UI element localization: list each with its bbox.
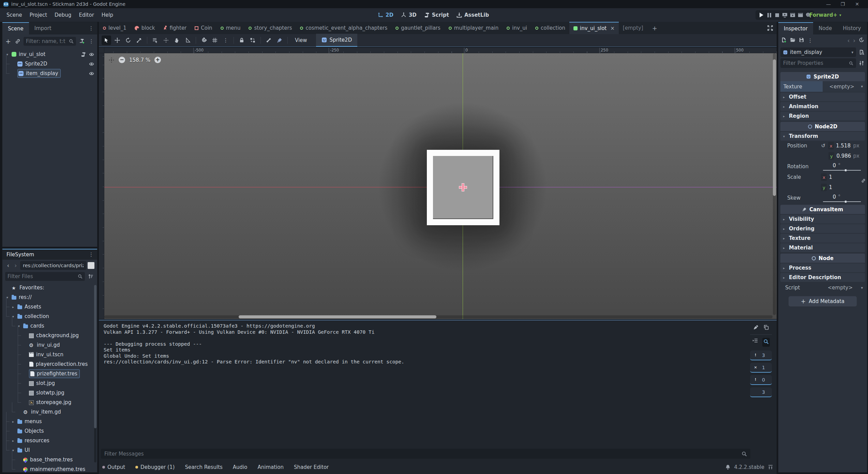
dock-menu-icon[interactable]: ⋮ (85, 252, 97, 258)
section-node[interactable]: Node (780, 254, 865, 263)
category-row[interactable]: ▸Ordering (780, 224, 865, 233)
section-node2d[interactable]: Node2D (780, 122, 865, 131)
category-row[interactable]: ▸Texture (780, 234, 865, 243)
viewport-hscrollbar[interactable] (104, 315, 773, 318)
menu-item[interactable]: Help (98, 11, 117, 19)
skeleton-options-button[interactable] (264, 35, 273, 45)
category-row[interactable]: ▸Offset (780, 92, 865, 101)
file-tree-row[interactable]: Favorites: (2, 283, 97, 292)
close-button[interactable]: ✕ (854, 1, 860, 7)
dock-tab[interactable]: Node (813, 22, 837, 34)
filesystem-scrollbar[interactable] (94, 285, 96, 462)
position-y-value[interactable]: 0.986 (836, 153, 851, 159)
new-scene-tab-button[interactable]: + (647, 22, 662, 34)
file-tree-row[interactable]: slotwtp.jpg (2, 388, 97, 398)
scene-tab[interactable]: level_1 (99, 22, 131, 34)
dock-tab[interactable]: History (837, 22, 866, 34)
scene-tab[interactable]: gauntlet_pillars (391, 22, 445, 34)
preview-thumbnail[interactable] (88, 262, 94, 269)
rotation-slider[interactable]: 0° (821, 162, 864, 171)
visibility-eye-icon[interactable] (89, 52, 94, 57)
section-sprite2d[interactable]: Sprite2D (780, 72, 865, 81)
zoom-percentage[interactable]: 158.7 % (129, 57, 150, 63)
group-node-button[interactable] (248, 35, 257, 45)
bone-paint-button[interactable] (275, 35, 284, 45)
script-icon[interactable] (81, 52, 86, 57)
history-back-icon[interactable]: ‹ (847, 37, 850, 44)
expander-icon[interactable] (12, 439, 17, 443)
file-tree-row[interactable]: inv_ui.gd (2, 340, 97, 350)
scene-tree-row[interactable]: Sprite2D (2, 59, 97, 69)
file-tree-row[interactable]: resources (2, 436, 97, 445)
bottom-tab[interactable]: Debugger (1) (135, 464, 175, 470)
scene-filter-box[interactable] (24, 37, 76, 46)
sort-files-icon[interactable] (87, 273, 94, 280)
message-filter-toggle[interactable]: 3 (750, 387, 772, 397)
nav-back-icon[interactable]: ‹ (5, 262, 11, 269)
workspace-button[interactable]: 2D (378, 12, 393, 18)
history-icon[interactable] (859, 37, 864, 44)
message-filter-toggle[interactable]: × 1 (750, 363, 772, 373)
property-filter-box[interactable] (780, 58, 856, 68)
property-tools-icon[interactable] (858, 60, 865, 66)
message-filter-toggle[interactable]: ! 0 (750, 375, 772, 385)
scene-filter-input[interactable] (26, 38, 67, 44)
expander-icon[interactable] (12, 420, 17, 423)
property-script[interactable]: Script <empty> ▾ (780, 282, 865, 292)
category-transform[interactable]: ▾ Transform (780, 132, 865, 141)
file-tree-row[interactable]: mainmenutheme.tres (2, 464, 97, 474)
section-canvasitem[interactable]: CanvasItem (780, 205, 865, 214)
visibility-eye-icon[interactable] (89, 71, 94, 76)
rotate-tool-button[interactable] (123, 35, 133, 45)
category-row[interactable]: ▸Visibility (780, 215, 865, 224)
menu-item[interactable]: Editor (75, 11, 98, 19)
file-tree-row[interactable]: UI (2, 445, 97, 455)
file-tree-row[interactable]: inv_ui.tscn (2, 350, 97, 359)
add-node-button[interactable]: + (4, 38, 12, 45)
lock-node-button[interactable] (237, 35, 246, 45)
scene-tab[interactable]: story_chapters (244, 22, 296, 34)
revert-icon[interactable]: ↺ (821, 143, 825, 149)
scene-tab[interactable]: multiplayer_main (445, 22, 503, 34)
category-row[interactable]: ▸Editor Description (780, 273, 865, 282)
instance-scene-button[interactable] (14, 38, 21, 45)
category-row[interactable]: ▸Material (780, 243, 865, 252)
pivot-tool-button[interactable] (161, 35, 171, 45)
message-filter-toggle[interactable]: ! 3 (750, 350, 772, 360)
scene-tab[interactable]: fighter (159, 22, 191, 34)
dock-menu-icon[interactable]: ⋮ (867, 25, 868, 31)
remote-debug-button[interactable] (782, 12, 788, 18)
stop-button[interactable] (774, 12, 780, 18)
play-custom-scene-button[interactable] (798, 12, 803, 18)
expand-bottom-panel-icon[interactable] (768, 464, 773, 470)
dock-tab[interactable]: Scene (2, 22, 29, 34)
restore-button[interactable]: ❐ (840, 1, 845, 7)
file-tree-row[interactable]: slot.jpg (2, 378, 97, 388)
file-tree-row[interactable]: playercollection.tres (2, 359, 97, 369)
move-tool-button[interactable] (113, 35, 122, 45)
file-tree-row[interactable]: Assets (2, 302, 97, 312)
file-tree-row[interactable]: menus (2, 417, 97, 426)
play-scene-button[interactable] (790, 12, 795, 18)
load-resource-icon[interactable] (790, 37, 795, 44)
menu-item[interactable]: Scene (3, 11, 26, 19)
dock-tab[interactable]: Import (29, 22, 57, 34)
nav-forward-icon[interactable]: › (13, 262, 19, 269)
attach-script-button[interactable] (78, 38, 86, 45)
dock-menu-icon[interactable]: ⋮ (85, 25, 97, 31)
category-row[interactable]: ▸Process (780, 263, 865, 272)
scene-tree-row[interactable]: inv_ui_slot (2, 49, 97, 59)
dock-tab[interactable]: Inspector (778, 22, 813, 34)
new-resource-icon[interactable] (781, 37, 787, 44)
minimize-button[interactable]: — (826, 1, 831, 7)
zoom-in-button[interactable]: + (154, 57, 161, 63)
bottom-tab[interactable]: Animation (257, 464, 283, 470)
file-tree-row[interactable]: cards (2, 321, 97, 331)
file-tree-row[interactable]: prizefighter.tres (2, 369, 97, 378)
scale-tool-button[interactable] (134, 35, 144, 45)
scene-tree-row[interactable]: item_display (2, 69, 97, 78)
scale-y-value[interactable]: 1 (829, 184, 832, 190)
scene-tab[interactable]: inv_ui_slot × (569, 22, 619, 34)
bottom-tab[interactable]: Search Results (185, 464, 222, 470)
visibility-eye-icon[interactable] (89, 61, 94, 67)
